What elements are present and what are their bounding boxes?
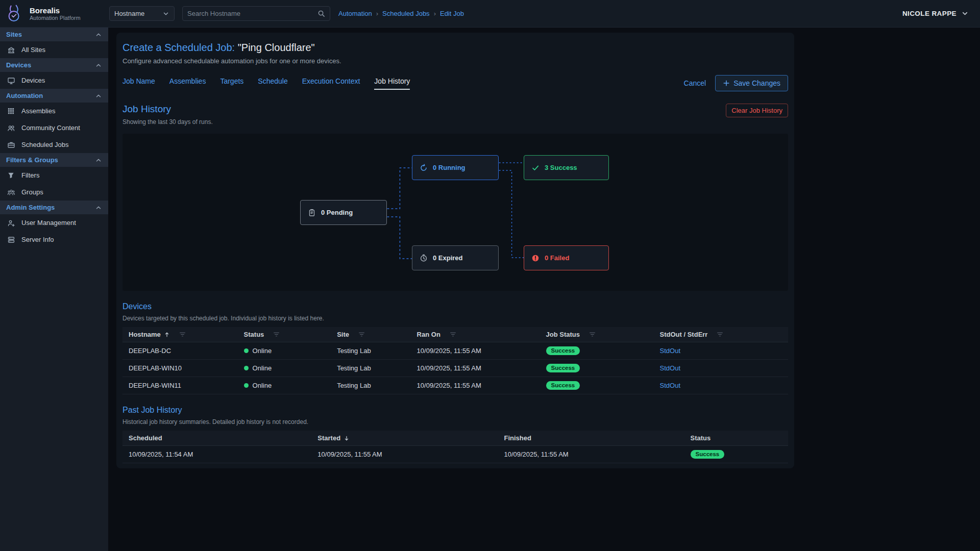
tab-targets[interactable]: Targets — [220, 77, 243, 90]
filter-icon[interactable] — [179, 331, 186, 338]
tab-job-name[interactable]: Job Name — [122, 77, 155, 90]
stdout-cell: StdOut — [654, 342, 788, 360]
sidebar-section-filters-groups[interactable]: Filters & Groups — [0, 153, 108, 167]
breadcrumb-separator: › — [376, 10, 378, 17]
column-label: Ran On — [417, 331, 440, 338]
tab-job-history[interactable]: Job History — [374, 77, 410, 90]
sidebar-section-devices[interactable]: Devices — [0, 58, 108, 72]
search-input[interactable] — [187, 10, 317, 17]
table-row[interactable]: DEEPLAB-WIN11 Online Testing Lab 10/09/2… — [122, 377, 788, 394]
sidebar-item-scheduled-jobs[interactable]: Scheduled Jobs — [0, 136, 108, 153]
stdout-cell: StdOut — [654, 360, 788, 377]
sidebar-item-community-content[interactable]: Community Content — [0, 119, 108, 136]
column-label: Status — [244, 331, 264, 338]
stdout-link[interactable]: StdOut — [660, 364, 680, 372]
column-label: Started — [317, 434, 340, 442]
section-label: Devices — [6, 61, 31, 69]
grid-icon — [7, 107, 15, 115]
sidebar-item-filters[interactable]: Filters — [0, 167, 108, 184]
cancel-button[interactable]: Cancel — [684, 79, 706, 87]
tab-schedule[interactable]: Schedule — [258, 77, 287, 90]
borealis-logo-icon — [4, 4, 24, 24]
column-label: Finished — [504, 434, 531, 442]
stdout-link[interactable]: StdOut — [660, 347, 680, 355]
brand: Borealis Automation Platform — [0, 4, 108, 24]
column-header-finished[interactable]: Finished — [498, 431, 684, 446]
online-status-dot — [244, 383, 249, 388]
sidebar-section-admin-settings[interactable]: Admin Settings — [0, 201, 108, 214]
flow-box-label: 0 Failed — [545, 254, 569, 262]
column-header-started[interactable]: Started — [311, 431, 498, 446]
save-changes-button[interactable]: Save Changes — [715, 75, 788, 91]
section-label: Filters & Groups — [6, 156, 58, 164]
column-label: Site — [337, 331, 349, 338]
flow-box-success: 3 Success — [524, 155, 609, 180]
breadcrumb-edit-job[interactable]: Edit Job — [440, 10, 464, 17]
section-label: Admin Settings — [6, 204, 55, 211]
briefcase-icon — [7, 141, 15, 149]
column-label: StdOut / StdErr — [660, 331, 708, 338]
past-job-history-heading: Past Job History — [122, 406, 788, 415]
column-header-hostname[interactable]: Hostname — [122, 327, 238, 342]
groups-icon — [7, 188, 15, 196]
tab-execution-context[interactable]: Execution Context — [302, 77, 360, 90]
sidebar-section-automation[interactable]: Automation — [0, 89, 108, 103]
status-cell: Online — [238, 377, 331, 394]
filter-icon[interactable] — [717, 331, 723, 338]
column-header-stdout[interactable]: StdOut / StdErr — [654, 327, 788, 342]
column-header-status[interactable]: Status — [684, 431, 788, 446]
clock-icon — [420, 254, 428, 262]
user-menu[interactable]: NICOLE RAPPE — [902, 10, 969, 17]
sidebar-item-devices[interactable]: Devices — [0, 72, 108, 89]
column-label: Job Status — [546, 331, 580, 338]
sidebar-item-label: Assemblies — [21, 107, 55, 115]
search-box — [182, 6, 330, 21]
column-header-job-status[interactable]: Job Status — [540, 327, 654, 342]
edit-job-panel: Create a Scheduled Job: "Ping Cloudflare… — [116, 33, 794, 468]
filter-icon[interactable] — [450, 331, 456, 338]
devices-table-header-row: Hostname Status Site Ran On Job Status — [122, 327, 788, 342]
breadcrumb-automation[interactable]: Automation — [338, 10, 372, 17]
ran-on-cell: 10/09/2025, 11:55 AM — [411, 342, 540, 360]
tab-assemblies[interactable]: Assemblies — [169, 77, 206, 90]
column-header-ran-on[interactable]: Ran On — [411, 327, 540, 342]
clipboard-icon — [308, 209, 316, 217]
funnel-icon — [7, 171, 15, 179]
filter-icon[interactable] — [358, 331, 365, 338]
status-cell: Online — [238, 360, 331, 377]
stdout-link[interactable]: StdOut — [660, 382, 680, 389]
flow-box-label: 0 Expired — [433, 254, 463, 262]
table-row[interactable]: 10/09/2025, 11:54 AM 10/09/2025, 11:55 A… — [122, 446, 788, 463]
job-history-heading: Job History — [122, 104, 213, 115]
sort-desc-icon — [344, 435, 350, 441]
sidebar-item-all-sites[interactable]: All Sites — [0, 41, 108, 58]
sidebar-item-server-info[interactable]: Server Info — [0, 231, 108, 248]
column-header-scheduled[interactable]: Scheduled — [122, 431, 311, 446]
sidebar-item-user-management[interactable]: User Management — [0, 214, 108, 231]
sidebar-item-label: Filters — [21, 171, 39, 179]
scheduled-cell: 10/09/2025, 11:54 AM — [122, 446, 311, 463]
breadcrumb-separator: › — [434, 10, 436, 17]
alert-icon — [531, 254, 540, 262]
hostname-cell: DEEPLAB-DC — [122, 342, 238, 360]
column-header-status[interactable]: Status — [238, 327, 331, 342]
clear-job-history-button[interactable]: Clear Job History — [726, 104, 788, 117]
ran-on-cell: 10/09/2025, 11:55 AM — [411, 377, 540, 394]
sidebar-item-assemblies[interactable]: Assemblies — [0, 103, 108, 119]
sidebar-item-groups[interactable]: Groups — [0, 184, 108, 201]
sidebar-section-sites[interactable]: Sites — [0, 28, 108, 41]
online-status-dot — [244, 366, 249, 370]
flow-box-label: 3 Success — [545, 164, 577, 171]
breadcrumb-scheduled-jobs[interactable]: Scheduled Jobs — [382, 10, 430, 17]
filter-icon[interactable] — [273, 331, 280, 338]
hostname-filter-select[interactable]: Hostname — [109, 6, 175, 21]
search-icon[interactable] — [317, 10, 325, 17]
filter-icon[interactable] — [589, 331, 596, 338]
table-row[interactable]: DEEPLAB-WIN10 Online Testing Lab 10/09/2… — [122, 360, 788, 377]
job-history-header-row: Job History Showing the last 30 days of … — [122, 104, 788, 126]
table-row[interactable]: DEEPLAB-DC Online Testing Lab 10/09/2025… — [122, 342, 788, 360]
site-cell: Testing Lab — [331, 360, 410, 377]
sort-asc-icon — [164, 332, 170, 338]
column-header-site[interactable]: Site — [331, 327, 410, 342]
status-cell: Online — [238, 342, 331, 360]
